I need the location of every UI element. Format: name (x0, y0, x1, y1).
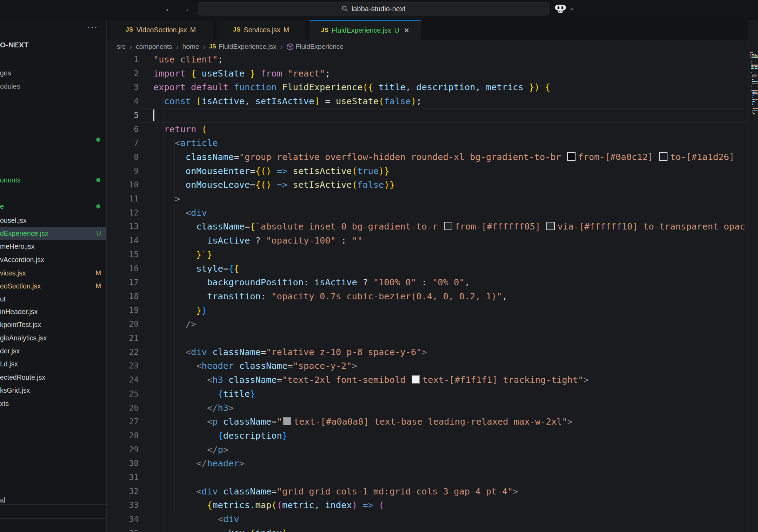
code-line[interactable]: </h3> (153, 401, 234, 415)
code-line[interactable]: <h3 className="text-2xl font-semibold te… (153, 373, 589, 387)
code-token: } (207, 249, 212, 260)
line-number: 8 (106, 150, 139, 164)
code-token: ? (250, 235, 266, 246)
file-item-meHero.jsx[interactable]: meHero.jsx (0, 240, 106, 253)
file-item-kpointTest.jsx[interactable]: kpointTest.jsx (0, 318, 106, 331)
code-line[interactable]: {description} (153, 429, 287, 443)
file-item-ksGrid.jsx[interactable]: ksGrid.jsx (0, 384, 106, 397)
code-line[interactable]: style={{ (153, 262, 239, 276)
file-item-dExperience.jsx[interactable]: dExperience.jsxU (0, 227, 106, 240)
back-arrow-icon[interactable]: ← (164, 3, 174, 14)
code-token: [ (196, 96, 201, 106)
code-token: map (255, 500, 271, 510)
code-token: isActive (314, 277, 357, 287)
file-item-onents[interactable]: onents (0, 173, 106, 187)
code-line[interactable]: </header> (153, 457, 245, 471)
code-line[interactable]: <div className="grid grid-cols-1 md:grid… (153, 485, 518, 499)
file-item-inHeader.jsx[interactable]: inHeader.jsx (0, 305, 106, 318)
code-line[interactable]: /> (153, 317, 196, 331)
code-line[interactable]: return ( (153, 122, 207, 137)
code-token (207, 347, 212, 357)
line-number: 4 (106, 94, 139, 108)
code-line[interactable]: import { useState } from "react"; (153, 67, 331, 81)
minimap-line (755, 92, 757, 93)
workspace-name[interactable]: O-NEXT (0, 41, 29, 49)
color-swatch-icon (444, 222, 452, 230)
file-item-ectedRoute.jsx[interactable]: ectedRoute.jsx (0, 371, 106, 384)
code-token: ( (379, 500, 384, 510)
code-line[interactable]: }} (153, 304, 207, 318)
file-item-gleAnalytics.jsx[interactable]: gleAnalytics.jsx (0, 331, 106, 345)
minimap-line (751, 61, 752, 62)
line-number: 23 (106, 359, 139, 373)
code-line[interactable]: const [isActive, setIsActive] = useState… (153, 94, 421, 108)
code-line[interactable]: <div className="relative z-10 p-8 space-… (153, 345, 427, 359)
minimap-line (752, 81, 755, 82)
code-token: = (287, 360, 293, 371)
file-item-hidden[interactable] (0, 133, 106, 146)
minimap-line (753, 102, 753, 104)
code-token (153, 277, 207, 287)
file-item-label: Ld.jsx (0, 360, 106, 368)
minimap[interactable] (749, 20, 758, 532)
line-number: 1 (106, 53, 139, 67)
code-line[interactable]: }`} (153, 248, 212, 262)
code-line[interactable]: {metrics.map((metric, index) => ( (153, 498, 384, 512)
code-token: { (218, 430, 223, 441)
code-token: } (196, 249, 201, 260)
file-item-label: odules (0, 82, 106, 91)
file-item-e[interactable]: e (0, 200, 106, 213)
code-token: div (223, 514, 239, 524)
file-item-Ld.jsx[interactable]: Ld.jsx (0, 357, 106, 371)
code-line[interactable]: <article (153, 136, 218, 150)
code-line[interactable]: export default function FluidExperience(… (153, 80, 550, 94)
line-number: 6 (106, 122, 139, 137)
file-item-ousel.jsx[interactable]: ousel.jsx (0, 214, 106, 227)
code-line[interactable]: <div (153, 512, 239, 526)
code-token: key (228, 528, 245, 532)
code-token: className (223, 486, 272, 497)
file-item-odules[interactable]: odules (0, 80, 106, 93)
code-line[interactable]: <header className="space-y-2"> (153, 359, 357, 373)
file-item-eoSection.jsx[interactable]: eoSection.jsxM (0, 279, 106, 293)
code-token: className (186, 152, 234, 162)
file-item-al[interactable]: al (0, 493, 106, 507)
code-line[interactable]: backgroundPosition: isActive ? "100% 0" … (153, 275, 470, 290)
file-item-ut[interactable]: ut (0, 292, 106, 306)
line-number: 9 (106, 164, 139, 178)
code-line[interactable]: onMouseLeave={() => setIsActive(false)} (153, 178, 395, 192)
code-editor[interactable]: 1234567891011121314151617181920212223242… (106, 20, 758, 532)
file-item-der.jsx[interactable]: der.jsx (0, 344, 106, 358)
code-line[interactable]: isActive ? "opacity-100" : "" (153, 234, 363, 248)
code-line[interactable]: className="group relative overflow-hidde… (153, 150, 734, 164)
file-item-ges[interactable]: ges (0, 66, 106, 80)
code-line[interactable]: "use client"; (153, 53, 223, 67)
code-line[interactable]: </p> (153, 443, 228, 457)
code-token: div (191, 347, 207, 357)
file-item-vAccordion.jsx[interactable]: vAccordion.jsx (0, 253, 106, 266)
code-token: div (191, 207, 207, 218)
code-line[interactable]: key={index} (153, 526, 287, 532)
command-center-search[interactable]: labba-studio-next (198, 2, 549, 15)
code-token (223, 374, 228, 385)
forward-arrow-icon[interactable]: → (180, 3, 190, 14)
code-line[interactable]: transition: "opacity 0.7s cubic-bezier(0… (153, 290, 507, 304)
code-line[interactable]: className={`absolute inset-0 bg-gradient… (153, 220, 745, 234)
code-token: className (228, 374, 277, 385)
code-line[interactable]: <div (153, 206, 207, 220)
file-item-label: ksGrid.jsx (0, 386, 106, 394)
file-item-xts[interactable]: xts (0, 397, 106, 410)
code-line[interactable]: <p className="text-[#a0a0a8] text-base l… (153, 415, 573, 429)
code-token: { (545, 82, 550, 92)
code-token (218, 486, 223, 497)
code-line[interactable]: onMouseEnter={() => setIsActive(true)} (153, 164, 390, 178)
code-line[interactable]: > (153, 192, 180, 206)
code-token: : (304, 277, 314, 287)
code-token: via-[#ffffff10] to-transparent opac (557, 221, 745, 232)
explorer-more-actions-icon[interactable]: ··· (87, 22, 98, 32)
code-line[interactable]: {title} (153, 387, 255, 401)
file-item-vices.jsx[interactable]: vices.jsxM (0, 266, 106, 280)
code-token: "opacity-100" (266, 235, 336, 246)
copilot-menu[interactable]: ⌄ (554, 3, 574, 15)
code-token (153, 486, 196, 497)
